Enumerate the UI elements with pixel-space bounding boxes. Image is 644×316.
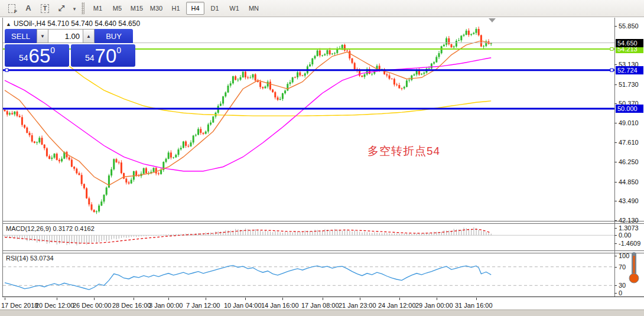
candle-body — [451, 44, 453, 47]
pane-separator[interactable] — [2, 253, 644, 253]
candle-body — [220, 104, 222, 106]
macd-histogram-bar — [17, 235, 18, 239]
candle-body — [83, 184, 85, 188]
candle-body — [317, 51, 318, 56]
macd-histogram-bar — [245, 229, 246, 236]
macd-histogram-bar — [111, 235, 112, 239]
time-axis-label: 3 Jan 00:00 — [149, 302, 183, 309]
macd-histogram-bar — [230, 230, 231, 235]
macd-histogram-bar — [347, 230, 347, 236]
rsi-axis-label-tick — [614, 267, 617, 268]
candle-body — [118, 162, 120, 163]
candle-body — [476, 29, 477, 33]
candle-body — [200, 129, 201, 133]
sell-button[interactable]: SELL — [5, 29, 37, 43]
macd-histogram-bar — [300, 232, 300, 235]
buy-price-box[interactable]: 54 70 0 — [71, 44, 135, 67]
macd-histogram-bar — [392, 234, 392, 236]
candle-body — [411, 76, 412, 80]
candle-body — [225, 93, 226, 97]
time-axis-label: 29 Jan 00:00 — [415, 302, 453, 309]
macd-histogram-bar — [94, 235, 95, 242]
candle-body — [143, 168, 145, 174]
macd-histogram-bar — [92, 235, 92, 242]
macd-histogram-bar — [64, 235, 64, 242]
hline-green-handle[interactable] — [610, 48, 613, 51]
macd-axis-label: -1.4609 — [619, 240, 640, 247]
candle-body — [56, 154, 58, 160]
candle-body — [96, 211, 97, 212]
candle-body — [153, 168, 155, 172]
macd-histogram-bar — [59, 235, 60, 244]
pane-separator[interactable] — [2, 221, 644, 221]
candle-body — [54, 154, 56, 158]
macd-histogram-bar — [486, 232, 486, 235]
candle-body — [207, 125, 209, 132]
time-axis-label: 14 Jan 16:00 — [261, 302, 299, 309]
time-axis-label: 31 Jan 16:00 — [455, 302, 493, 309]
time-axis-tick — [399, 298, 400, 300]
candle-body — [265, 86, 266, 88]
candle-body — [113, 159, 115, 169]
volume-decrease-button[interactable]: ▼ — [37, 29, 48, 43]
candle-body — [349, 51, 350, 58]
volume-increase-button[interactable]: ▲ — [83, 29, 95, 43]
hline-blue-upper-handle[interactable] — [610, 69, 613, 71]
macd-histogram-bar — [396, 233, 397, 235]
macd-histogram-bar — [424, 233, 424, 235]
price-axis-label: 43.490 — [619, 197, 639, 204]
candle-body — [125, 178, 127, 183]
hline-blue-upper-handle[interactable] — [5, 69, 8, 71]
candle-body — [193, 136, 194, 143]
candle-body — [361, 76, 363, 77]
trading-platform-window: FAT⤢▾ M1M5M15M30H1H4D1W1MN ▲USOil-,H4 54… — [0, 0, 644, 316]
price-axis-label-tick — [614, 84, 617, 85]
macd-histogram-bar — [280, 232, 281, 235]
chart-expand-icon[interactable]: ▲ — [6, 21, 11, 27]
candle-body — [321, 56, 323, 56]
macd-axis-label-tick — [614, 243, 617, 244]
chart-text-annotation[interactable]: 多空转折点54 — [367, 144, 440, 159]
candle-body — [9, 113, 11, 115]
candle-body — [421, 74, 422, 74]
price-axis-label-tick — [614, 103, 617, 104]
macd-histogram-bar — [402, 234, 402, 235]
macd-histogram-bar — [144, 235, 144, 236]
hline-blue-upper-price-badge: 52.724 — [616, 66, 643, 74]
macd-histogram-bar — [173, 234, 174, 235]
macd-histogram-bar — [409, 234, 409, 236]
candle-body — [371, 74, 373, 74]
candle-body — [58, 160, 60, 161]
macd-histogram-bar — [156, 235, 157, 236]
candle-body — [249, 77, 251, 78]
candle-body — [93, 210, 95, 212]
candle-body — [445, 38, 447, 45]
macd-axis-label: 0.00 — [619, 232, 631, 239]
macd-histogram-bar — [89, 235, 89, 243]
pane-separator[interactable] — [2, 250, 644, 251]
macd-histogram-bar — [171, 234, 171, 235]
macd-histogram-bar — [377, 233, 378, 236]
candle-body — [158, 174, 160, 174]
macd-histogram-bar — [292, 233, 293, 236]
sell-price-main: 65 — [29, 46, 51, 66]
candle-body — [252, 74, 254, 78]
macd-histogram-bar — [225, 230, 226, 236]
candle-body — [41, 138, 43, 145]
candle-body — [433, 62, 435, 63]
macd-histogram-bar — [362, 233, 362, 236]
pane-separator[interactable] — [2, 223, 644, 224]
macd-histogram-bar — [86, 235, 87, 245]
macd-histogram-bar — [406, 233, 407, 235]
macd-histogram-bar — [379, 233, 380, 235]
candle-body — [6, 111, 8, 115]
price-axis-label-tick — [614, 182, 617, 183]
time-axis-label: 7 Jan 12:00 — [186, 302, 220, 309]
buy-button[interactable]: BUY — [95, 29, 133, 43]
sell-price-box[interactable]: 54 65 0 — [5, 44, 69, 67]
macd-histogram-bar — [290, 232, 291, 235]
scroll-position-marker-icon[interactable] — [489, 18, 496, 22]
buy-price-pip: 0 — [116, 46, 121, 54]
volume-input[interactable] — [48, 29, 83, 43]
macd-histogram-bar — [151, 235, 151, 236]
